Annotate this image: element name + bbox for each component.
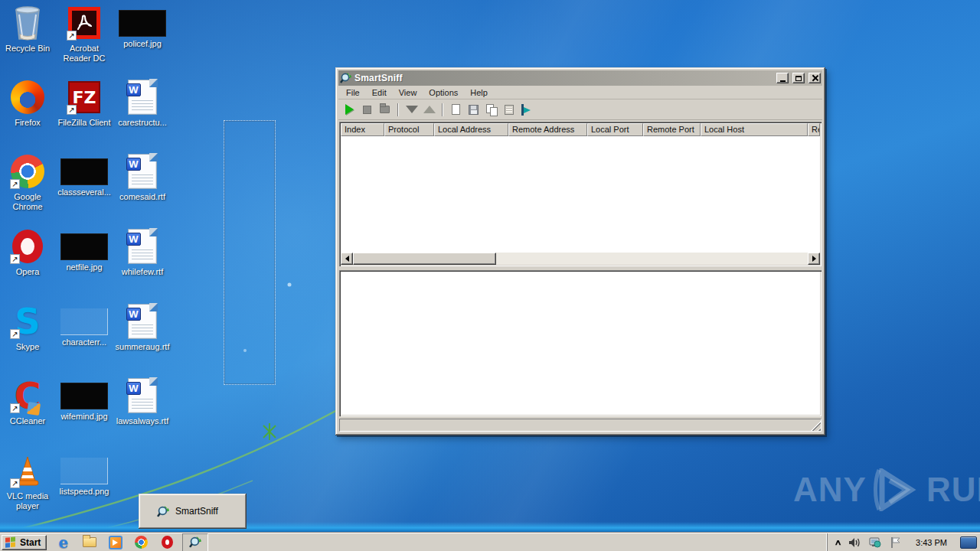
clear-icon[interactable]	[377, 102, 393, 118]
desktop-icon-summeraug[interactable]: W summeraug.rtf	[115, 303, 170, 352]
desktop-icon-comesaid[interactable]: W comesaid.rtf	[115, 153, 170, 202]
quick-launch: e	[56, 533, 175, 551]
desktop-icon-ccleaner[interactable]: C ↗ CCleaner	[0, 377, 55, 426]
desktop-icon-characterr[interactable]: characterr...	[57, 303, 112, 347]
save-icon[interactable]	[466, 102, 482, 118]
desktop-icon-carestructu[interactable]: W carestructu...	[115, 79, 170, 128]
column-local-host[interactable]: Local Host	[701, 123, 808, 136]
horizontal-scrollbar[interactable]	[341, 253, 820, 265]
icon-label: lawsalways.rtf	[115, 416, 170, 426]
close-button[interactable]	[808, 73, 821, 83]
skype-icon: S ↗	[9, 303, 46, 340]
desktop-icon-vlc[interactable]: ↗ VLC media player	[0, 452, 55, 511]
smartsniff-app-icon	[189, 536, 202, 549]
vlc-icon: ↗	[9, 452, 46, 489]
smartsniff-window: SmartSniff File Edit View Options Help	[335, 67, 825, 435]
copy-icon[interactable]	[483, 102, 499, 118]
new-file-icon[interactable]	[448, 102, 464, 118]
opera-icon: ↗	[9, 228, 46, 265]
word-doc-icon: W	[118, 228, 167, 265]
maximize-button[interactable]	[792, 73, 805, 83]
shortcut-arrow-icon: ↗	[10, 179, 20, 189]
desktop-icon-chrome[interactable]: ↗ Google Chrome	[0, 153, 55, 212]
internet-explorer-icon[interactable]: e	[56, 535, 70, 549]
desktop-icon-listspeed[interactable]: listspeed.png	[57, 452, 112, 497]
media-player-icon[interactable]	[108, 535, 122, 549]
start-capture-icon[interactable]	[341, 102, 358, 118]
column-index[interactable]: Index	[341, 123, 384, 136]
icon-label: Opera	[0, 267, 55, 277]
windows-logo-icon	[5, 536, 17, 549]
desktop-icon-filezilla[interactable]: FZ ↗ FileZilla Client	[57, 79, 112, 128]
smartsniff-mini-window[interactable]: SmartSniff	[139, 494, 247, 529]
desktop-icon-netfile[interactable]: netfile.jpg	[57, 228, 112, 272]
scrollbar-thumb[interactable]	[353, 253, 496, 265]
shortcut-arrow-icon: ↗	[10, 403, 20, 413]
menu-options[interactable]: Options	[423, 86, 464, 99]
stop-capture-icon[interactable]	[359, 102, 375, 118]
menu-bar: File Edit View Options Help	[338, 86, 822, 99]
watermark-run: RUN	[926, 471, 980, 509]
scroll-left-icon[interactable]	[341, 253, 353, 265]
move-down-icon[interactable]	[403, 102, 420, 118]
windows-explorer-icon[interactable]	[82, 535, 96, 549]
column-protocol[interactable]: Protocol	[384, 123, 434, 136]
icon-label: Firefox	[0, 118, 55, 128]
image-thumbnail	[60, 158, 108, 185]
tray-chevron-icon[interactable]: ∧	[834, 538, 841, 546]
desktop-icon-opera[interactable]: ↗ Opera	[0, 228, 55, 277]
column-local-address[interactable]: Local Address	[434, 123, 508, 136]
desktop-icon-policef-jpg[interactable]: policef.jpg	[115, 5, 170, 49]
watermark-any: ANY	[793, 471, 867, 509]
exit-icon[interactable]	[518, 102, 534, 118]
chrome-icon: ↗	[9, 153, 46, 190]
opera-taskbar-icon[interactable]	[160, 535, 175, 549]
icon-label: characterr...	[57, 337, 112, 347]
desktop-icon-skype[interactable]: S ↗ Skype	[0, 303, 55, 352]
menu-edit[interactable]: Edit	[366, 86, 393, 99]
column-remote-address[interactable]: Remote Address	[508, 123, 587, 136]
desktop-icon-recycle-bin[interactable]: Recycle Bin	[0, 5, 55, 54]
column-header-row: Index Protocol Local Address Remote Addr…	[341, 123, 820, 136]
column-remote-port[interactable]: Remote Port	[643, 123, 701, 136]
desktop-icon-acrobat[interactable]: ↗ Acrobat Reader DC	[57, 5, 112, 64]
smartsniff-app-icon	[157, 505, 170, 518]
taskbar-clock[interactable]: 3:43 PM	[910, 538, 953, 547]
desktop-icon-wifemind[interactable]: wifemind.jpg	[57, 377, 112, 422]
filezilla-icon: FZ ↗	[66, 79, 103, 116]
show-desktop-icon[interactable]	[960, 536, 977, 549]
move-up-icon[interactable]	[421, 102, 437, 118]
properties-icon[interactable]	[501, 102, 517, 118]
icon-label: whilefew.rtf	[115, 267, 170, 277]
packets-list-empty[interactable]	[341, 136, 820, 253]
packet-detail-pane[interactable]	[339, 270, 822, 416]
icon-label: summeraug.rtf	[115, 342, 170, 352]
desktop-icon-firefox[interactable]: Firefox	[0, 79, 55, 128]
anyrun-logo-icon	[871, 468, 922, 511]
desktop-icon-whilefew[interactable]: W whilefew.rtf	[115, 228, 170, 277]
chrome-taskbar-icon[interactable]	[134, 535, 149, 549]
scroll-right-icon[interactable]	[808, 253, 820, 265]
icon-label: listspeed.png	[57, 487, 112, 497]
start-button[interactable]: Start	[2, 535, 47, 550]
scrollbar-track[interactable]	[496, 253, 808, 265]
column-local-port[interactable]: Local Port	[587, 123, 643, 136]
shortcut-arrow-icon: ↗	[67, 31, 77, 41]
smartsniff-taskbar-button[interactable]	[182, 533, 208, 551]
desktop-icon-classseveral[interactable]: classseveral...	[57, 153, 112, 197]
menu-file[interactable]: File	[340, 86, 366, 99]
icon-label: netfile.jpg	[57, 262, 112, 272]
minimize-button[interactable]	[776, 73, 789, 83]
title-bar[interactable]: SmartSniff	[338, 70, 822, 86]
volume-icon[interactable]	[848, 536, 861, 549]
ccleaner-icon: C ↗	[9, 377, 46, 414]
menu-view[interactable]: View	[393, 86, 423, 99]
column-remote-host[interactable]: Remo	[808, 123, 820, 136]
resize-grip[interactable]	[811, 421, 821, 431]
acrobat-icon: ↗	[66, 5, 103, 41]
desktop-icon-lawsalways[interactable]: W lawsalways.rtf	[115, 377, 170, 426]
packets-list-pane[interactable]: Index Protocol Local Address Remote Addr…	[339, 122, 822, 266]
network-icon[interactable]	[868, 536, 882, 549]
action-center-flag-icon[interactable]	[889, 536, 903, 549]
menu-help[interactable]: Help	[464, 86, 494, 99]
